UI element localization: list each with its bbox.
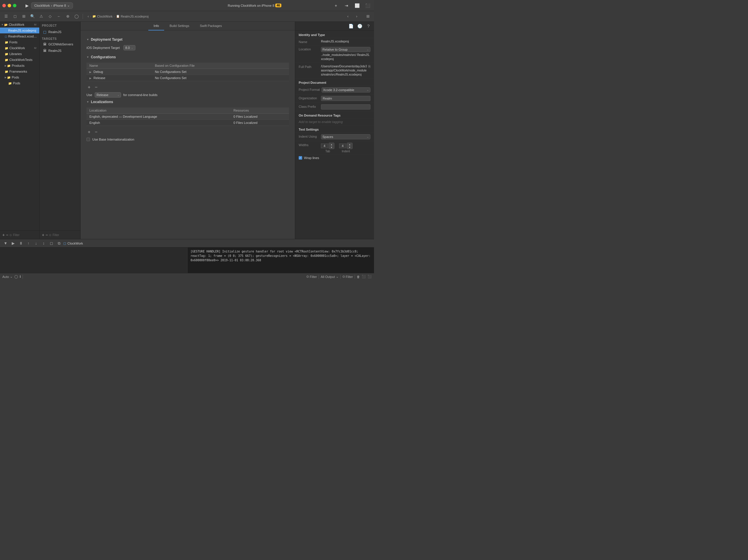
sidebar-item-libraries[interactable]: 📁 Libraries	[0, 51, 39, 57]
target-label-realmjs: RealmJS	[48, 49, 62, 52]
configurations-header[interactable]: ▼ Configurations	[87, 55, 289, 59]
col-resources: Resources	[231, 107, 289, 114]
remove-config-button[interactable]: −	[93, 84, 99, 90]
rp-help-btn[interactable]: ?	[365, 23, 372, 29]
remove-loc-button[interactable]: −	[93, 129, 99, 135]
wrap-lines-checkbox[interactable]: ✓	[299, 156, 302, 160]
localizations-header[interactable]: ▼ Localizations	[87, 100, 289, 104]
target-item-realmjs[interactable]: 🏛 RealmJS	[41, 47, 79, 54]
warning-badge[interactable]: 46	[275, 3, 281, 7]
console-filter-btn[interactable]: ⊙ Filter	[342, 273, 353, 280]
status-circle-btn[interactable]: ◯	[14, 273, 18, 280]
rp-clock-btn[interactable]: 🕐	[356, 23, 363, 29]
breadcrumb-nav-fwd[interactable]: ›	[90, 14, 91, 19]
debug-arrow[interactable]: ▶	[89, 71, 91, 74]
debug-share[interactable]: ⧉	[56, 240, 62, 247]
rp-location-select[interactable]: Relative to Group ⌄	[321, 47, 371, 52]
tab-info[interactable]: Info	[148, 22, 164, 30]
indent-stepper-up[interactable]: ▲	[347, 143, 352, 146]
status-info-btn[interactable]: ℹ	[20, 273, 21, 280]
breadcrumb-item-realmjs[interactable]: RealmJS.xcodeproj	[121, 15, 148, 18]
deployment-target-header[interactable]: ▼ Deployment Target	[87, 38, 289, 42]
filter-output-btn[interactable]: ⊙ Filter	[306, 273, 317, 280]
diamond-button[interactable]: ◇	[46, 13, 54, 20]
sidebar-item-pods[interactable]: ▶ 📁 Pods	[0, 74, 39, 80]
warning-toolbar-button[interactable]: ⚠	[38, 13, 45, 20]
inspector-toggle[interactable]: ⊞	[364, 13, 372, 20]
all-output-btn[interactable]: All Output ⌄	[321, 273, 338, 280]
rp-format-value: Xcode 3.2-compatible	[323, 88, 354, 92]
add-tab-button[interactable]: +	[332, 2, 340, 9]
ios-version-select[interactable]: 8.0 ⌄	[123, 45, 135, 50]
target-item-gcd[interactable]: 🏛 GCDWebServers	[41, 41, 79, 47]
step-out[interactable]: ↕	[41, 240, 47, 247]
sidebar-item-clockwork-sub[interactable]: 📁 ClockWork M	[0, 45, 39, 51]
add-toolbar-button[interactable]: ⊕	[64, 13, 71, 20]
add-config-button[interactable]: +	[87, 84, 92, 90]
run-button[interactable]: ▶	[23, 2, 31, 9]
sidebar-item-clockwork-group[interactable]: ▼ 📂 ClockWork M	[0, 22, 39, 27]
step-over[interactable]: ↑	[25, 240, 32, 247]
tab-build-settings[interactable]: Build Settings	[164, 22, 194, 30]
breadcrumb-nav-back[interactable]: ‹	[88, 14, 89, 19]
minimize-button[interactable]	[8, 4, 11, 7]
grid-view[interactable]: ⊞	[20, 13, 27, 20]
sidebar-item-products[interactable]: ▶ 📁 Products	[0, 63, 39, 69]
rp-indent-select[interactable]: Spaces ⌄	[321, 134, 371, 140]
tab-build-settings-label: Build Settings	[169, 24, 189, 27]
panel-toggle-button[interactable]: ⬛	[364, 2, 372, 9]
split-btn2[interactable]: ⬛	[368, 273, 372, 280]
sidebar-item-fonts[interactable]: 📁 Fonts	[0, 39, 39, 45]
base-intl-checkbox[interactable]	[87, 138, 90, 141]
breadcrumb-fwd[interactable]: ›	[353, 13, 360, 20]
remove-file-button[interactable]: −	[6, 233, 8, 237]
trash-btn[interactable]: 🗑	[357, 273, 360, 280]
remove-target-button[interactable]: −	[45, 233, 48, 237]
maximize-button[interactable]	[13, 4, 17, 7]
add-loc-button[interactable]: +	[87, 129, 92, 135]
debug-memory[interactable]: ◻	[48, 240, 54, 247]
sidebar-toggle-button[interactable]: ⬜	[353, 2, 361, 9]
debug-continue[interactable]: ▶	[10, 240, 17, 247]
status-sep3	[340, 275, 341, 279]
breadcrumb-back[interactable]: ‹	[344, 13, 352, 20]
indent-value2: 4	[339, 144, 346, 148]
tab-stepper-down[interactable]: ▼	[329, 146, 334, 149]
console-filter-icon: ⊙	[342, 275, 345, 278]
sidebar-item-realmjs-proj[interactable]: ◻ RealmJS.xcodeproj	[0, 27, 39, 33]
table-row: English, deprecated — Development Langua…	[87, 114, 289, 120]
tab-stepper-up[interactable]: ▲	[329, 143, 334, 146]
step-in[interactable]: ↓	[33, 240, 39, 247]
indent-stepper-down[interactable]: ▼	[347, 146, 352, 149]
debug-toggle[interactable]: ▼	[2, 240, 9, 247]
back-button[interactable]: ←	[55, 13, 63, 20]
sidebar-item-realmreact-proj[interactable]: ◻ RealmReact.xcodeproj	[0, 33, 39, 39]
sidebar-badge-m2: M	[34, 47, 38, 49]
rp-class-prefix-input[interactable]	[321, 104, 371, 109]
breadcrumb-item-clockwork[interactable]: ClockWork	[97, 15, 113, 18]
tab-swift-packages[interactable]: Swift Packages	[195, 22, 227, 30]
use-config-select[interactable]: Release ⌄	[95, 92, 121, 98]
project-panel-item-realmjs[interactable]: ◻ RealmJS	[41, 28, 79, 35]
sidebar-item-frameworks[interactable]: 📁 Frameworks	[0, 69, 39, 74]
rp-location-select-wrapper: Relative to Group ⌄ ../node_modules/real…	[321, 47, 371, 61]
view-toggle[interactable]: ◻	[11, 13, 19, 20]
circle-button[interactable]: ◯	[73, 13, 80, 20]
copy-path-button[interactable]: ⎘	[369, 65, 371, 69]
navigator-toggle[interactable]: ☰	[2, 13, 10, 20]
scheme-selector[interactable]: ClockWork › iPhone 8 ⌄	[31, 2, 73, 9]
sidebar-item-pods2[interactable]: 📁 Pods	[0, 80, 39, 86]
search-toolbar-button[interactable]: 🔍	[29, 13, 36, 20]
nav-back-button[interactable]: ⇥	[342, 2, 351, 9]
sidebar-item-clockworktests[interactable]: 📁 ClockWorkTests	[0, 57, 39, 63]
release-arrow[interactable]: ▶	[89, 77, 91, 80]
add-file-button[interactable]: +	[2, 233, 5, 237]
rp-file-btn[interactable]: 📄	[348, 23, 354, 29]
add-target-button[interactable]: +	[42, 233, 44, 237]
close-button[interactable]	[2, 4, 6, 7]
auto-label-btn[interactable]: Auto ⌄	[2, 273, 13, 280]
debug-pause[interactable]: ⏸	[18, 240, 24, 247]
rp-format-select[interactable]: Xcode 3.2-compatible ⌄	[322, 87, 371, 93]
rp-org-input[interactable]	[321, 96, 371, 101]
split-btn[interactable]: ⬛	[362, 273, 366, 280]
